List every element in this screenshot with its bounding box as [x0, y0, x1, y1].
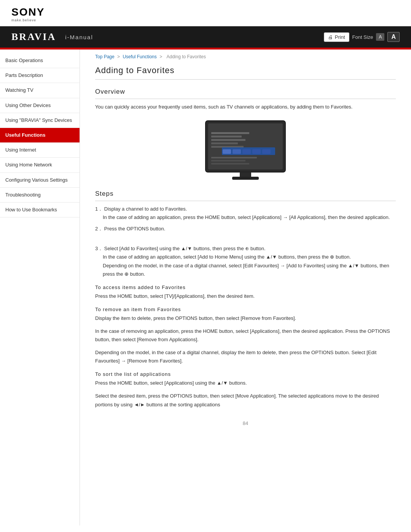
content-area: Top Page > Useful Functions > Adding to … — [80, 50, 411, 526]
steps-section-title: Steps — [95, 190, 396, 201]
sidebar-item-troubleshooting[interactable]: Troubleshooting — [0, 188, 80, 203]
svg-rect-13 — [211, 157, 257, 158]
svg-rect-14 — [211, 160, 245, 161]
sort-title: To sort the list of applications — [95, 371, 396, 377]
sidebar-item-using-bravia-sync[interactable]: Using "BRAVIA" Sync Devices — [0, 113, 80, 128]
remove-text-2: In the case of removing an application, … — [95, 327, 396, 344]
header-controls: 🖨 Print Font Size A A — [324, 32, 400, 42]
sidebar-item-using-other-devices[interactable]: Using Other Devices — [0, 98, 80, 113]
svg-rect-2 — [211, 132, 249, 134]
breadcrumb-useful-functions[interactable]: Useful Functions — [123, 54, 156, 59]
bravia-title: BRAVIA — [11, 31, 56, 43]
sidebar-item-watching-tv[interactable]: Watching TV — [0, 83, 80, 98]
remove-text-1: Display the item to delete, press the OP… — [95, 314, 396, 323]
step-2-text: Press the OPTIONS button. — [104, 226, 165, 232]
sidebar-item-basic-operations[interactable]: Basic Operations — [0, 53, 80, 68]
breadcrumb-sep2: > — [159, 54, 162, 59]
tv-illustration — [204, 119, 287, 182]
step-1: 1． Display a channel to add to Favorites… — [95, 205, 396, 222]
font-size-label: Font Size — [352, 34, 373, 40]
svg-rect-5 — [211, 142, 238, 144]
top-bar: SONY make.believe — [0, 0, 411, 26]
font-size-large-button[interactable]: A — [387, 32, 400, 42]
svg-rect-17 — [232, 177, 259, 180]
step-1-num: 1． — [95, 206, 103, 212]
step-1-text: Display a channel to add to Favorites. — [104, 206, 187, 212]
print-label: Print — [335, 34, 345, 40]
access-text: Press the HOME button, select [TV]/[Appl… — [95, 292, 396, 300]
svg-rect-3 — [211, 136, 242, 137]
svg-rect-9 — [233, 149, 241, 154]
overview-section-title: Overview — [95, 88, 396, 99]
svg-rect-8 — [223, 149, 231, 154]
step-3-sub1: In the case of adding an application, se… — [103, 253, 396, 261]
print-icon: 🖨 — [328, 34, 333, 40]
main-layout: Basic Operations Parts Description Watch… — [0, 50, 411, 526]
tv-image-container — [95, 119, 396, 182]
step-2: 2． Press the OPTIONS button. — [95, 225, 396, 233]
sidebar-item-using-internet[interactable]: Using Internet — [0, 143, 80, 158]
svg-rect-16 — [240, 172, 251, 177]
sony-tagline: make.believe — [11, 18, 36, 22]
step-3-num: 3． — [95, 246, 103, 251]
svg-rect-11 — [252, 149, 261, 154]
page-title: Adding to Favorites — [95, 66, 396, 80]
sidebar-item-parts-description[interactable]: Parts Description — [0, 68, 80, 83]
access-title: To access items added to Favorites — [95, 284, 396, 290]
sidebar-item-bookmarks[interactable]: How to Use Bookmarks — [0, 203, 80, 217]
step-3-text: Select [Add to Favorites] using the ▲/▼ … — [104, 246, 266, 251]
breadcrumb-sep1: > — [117, 54, 120, 59]
svg-rect-12 — [262, 149, 271, 154]
breadcrumb-top-page[interactable]: Top Page — [95, 54, 115, 59]
step-3: 3． Select [Add to Favorites] using the ▲… — [95, 244, 396, 278]
sidebar-item-useful-functions[interactable]: Useful Functions — [0, 128, 80, 143]
remove-text-3: Depending on the model, in the case of a… — [95, 348, 396, 365]
svg-rect-15 — [211, 163, 249, 165]
bravia-header-left: BRAVIA i-Manual — [11, 31, 93, 43]
font-size-small-button[interactable]: A — [376, 33, 384, 41]
imanual-label: i-Manual — [65, 34, 93, 40]
svg-rect-4 — [211, 139, 245, 141]
sony-logo: SONY make.believe — [11, 7, 400, 22]
step-2-num: 2． — [95, 226, 103, 232]
sidebar-item-using-home-network[interactable]: Using Home Network — [0, 158, 80, 173]
print-button[interactable]: 🖨 Print — [324, 32, 349, 42]
remove-title: To remove an item from Favorites — [95, 307, 396, 312]
page-number: 84 — [95, 420, 396, 426]
sidebar-item-configuring-settings[interactable]: Configuring Various Settings — [0, 173, 80, 188]
bravia-header: BRAVIA i-Manual 🖨 Print Font Size A A — [0, 26, 411, 48]
breadcrumb: Top Page > Useful Functions > Adding to … — [95, 50, 396, 62]
svg-rect-10 — [242, 149, 251, 154]
sony-brand: SONY — [11, 7, 45, 18]
step-3-sub2: Depending on the model, in the case of a… — [103, 262, 396, 278]
sidebar: Basic Operations Parts Description Watch… — [0, 50, 80, 526]
step-1-sub: In the case of adding an application, pr… — [103, 213, 396, 222]
steps-list: 1． Display a channel to add to Favorites… — [95, 205, 396, 233]
sort-text-1: Press the HOME button, select [Applicati… — [95, 379, 396, 387]
sort-text-2: Select the desired item, press the OPTIO… — [95, 392, 396, 409]
step-3-container: 3． Select [Add to Favorites] using the ▲… — [95, 244, 396, 278]
breadcrumb-current: Adding to Favorites — [167, 54, 206, 59]
overview-text: You can quickly access your frequently u… — [95, 103, 396, 111]
